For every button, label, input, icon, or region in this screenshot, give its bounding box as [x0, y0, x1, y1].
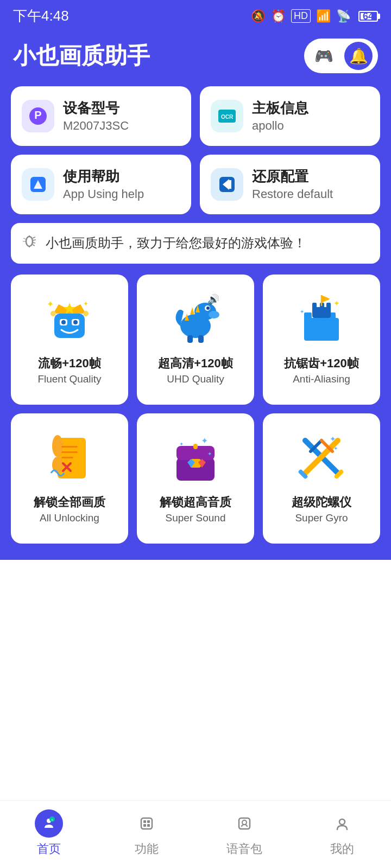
function-icon	[133, 809, 161, 838]
home-icon: +	[35, 809, 63, 838]
all-unlocking-title-cn: 解锁全部画质	[34, 495, 105, 510]
feature-grid: ✦ ✦ 流畅+120帧 Fluent Quality	[11, 275, 380, 544]
anti-aliasing-title-en: Anti-Aliasing	[293, 373, 350, 385]
mine-icon	[328, 809, 356, 838]
restore-default-icon	[211, 168, 243, 201]
notice-icon	[22, 233, 39, 254]
nav-home-label: 首页	[37, 841, 61, 857]
svg-rect-24	[54, 314, 85, 338]
svg-rect-6	[35, 187, 41, 188]
use-help-value: App Using help	[63, 187, 144, 201]
svg-point-27	[61, 320, 66, 324]
svg-text:✦: ✦	[333, 299, 340, 308]
svg-rect-47	[312, 303, 317, 309]
use-help-icon	[22, 168, 54, 201]
super-gyro-card[interactable]: ✦ ✦ 超级陀螺仪 Super Gyro	[263, 413, 380, 544]
restore-default-card[interactable]: 还原配置 Restore default	[200, 155, 380, 214]
svg-text:🔊: 🔊	[207, 293, 220, 305]
wifi-icon: 📡	[336, 9, 351, 23]
bottom-background	[0, 560, 391, 750]
svg-point-22	[83, 311, 89, 316]
super-sound-card[interactable]: ✦ ✦ ✦ 解锁超高音质 Super Sound	[137, 413, 254, 544]
use-help-text: 使用帮助 App Using help	[63, 168, 144, 201]
uhd-quality-card[interactable]: 🔊 超高清+120帧 UHD Quality	[137, 275, 254, 405]
svg-rect-43	[304, 312, 312, 321]
svg-text:✦: ✦	[330, 435, 336, 443]
nav-voice-pack[interactable]: 语音包	[195, 809, 293, 857]
super-gyro-title-en: Super Gyro	[295, 512, 348, 524]
svg-marker-51	[321, 295, 330, 303]
svg-rect-36	[187, 335, 193, 343]
notice-bar: 小也画质助手，致力于给您最好的游戏体验！	[11, 223, 380, 264]
fluent-quality-title-en: Fluent Quality	[37, 373, 101, 385]
header: 小也画质助手 🎮 🔔	[0, 30, 391, 86]
anti-aliasing-title-cn: 抗锯齿+120帧	[284, 356, 359, 372]
uhd-quality-title-cn: 超高清+120帧	[158, 356, 233, 372]
all-unlocking-title-en: All Unlocking	[40, 512, 99, 524]
anti-aliasing-card[interactable]: ✦ ✦ 抗锯齿+120帧 Anti-Aliasing	[263, 275, 380, 405]
voice-pack-icon	[230, 809, 258, 838]
svg-rect-83	[141, 818, 152, 829]
svg-point-33	[209, 311, 219, 318]
header-buttons: 🎮 🔔	[304, 39, 378, 73]
restore-default-value: Restore default	[252, 187, 333, 201]
svg-point-55	[52, 435, 63, 457]
svg-line-16	[33, 245, 35, 246]
nav-mine[interactable]: 我的	[293, 809, 391, 857]
mute-icon: 🔕	[251, 9, 266, 23]
uhd-quality-icon: 🔊	[168, 291, 223, 345]
all-unlocking-card[interactable]: 解锁全部画质 All Unlocking	[11, 413, 128, 544]
svg-text:✦: ✦	[179, 441, 184, 447]
svg-rect-85	[147, 820, 150, 823]
game-button[interactable]: 🎮	[310, 42, 338, 70]
info-cards-row: P 设备型号 M2007J3SC OCR 主板信息 apollo	[11, 86, 380, 146]
svg-rect-49	[326, 303, 331, 309]
use-help-card[interactable]: 使用帮助 App Using help	[11, 155, 191, 214]
board-info-value: apollo	[252, 119, 308, 133]
svg-rect-64	[193, 444, 198, 449]
board-info-card[interactable]: OCR 主板信息 apollo	[200, 86, 380, 146]
status-icons: 🔕 ⏰ HD 📶 📡 64	[251, 9, 378, 23]
svg-point-20	[51, 311, 56, 316]
svg-text:+: +	[51, 818, 54, 822]
svg-rect-57	[61, 446, 78, 448]
super-sound-title-en: Super Sound	[166, 512, 226, 524]
nav-voice-pack-label: 语音包	[226, 841, 262, 857]
super-sound-icon: ✦ ✦ ✦	[168, 430, 223, 484]
notice-text: 小也画质助手，致力于给您最好的游戏体验！	[46, 234, 306, 252]
board-info-text: 主板信息 apollo	[252, 99, 308, 133]
fluent-quality-icon: ✦ ✦	[42, 291, 97, 345]
svg-text:P: P	[34, 109, 41, 121]
action-cards-row: 使用帮助 App Using help 还原配置 Restore default	[11, 155, 380, 214]
svg-rect-59	[61, 457, 73, 458]
battery-icon: 64	[358, 11, 378, 22]
svg-marker-38	[190, 307, 194, 315]
device-model-card[interactable]: P 设备型号 M2007J3SC	[11, 86, 191, 146]
bell-button[interactable]: 🔔	[344, 42, 373, 70]
super-gyro-title-cn: 超级陀螺仪	[292, 495, 351, 510]
svg-point-90	[339, 819, 345, 825]
nav-function-label: 功能	[135, 841, 159, 857]
use-help-label: 使用帮助	[63, 168, 144, 186]
svg-line-17	[23, 238, 26, 239]
super-gyro-icon: ✦ ✦	[294, 430, 349, 484]
anti-aliasing-icon: ✦ ✦	[294, 291, 349, 345]
main-content: P 设备型号 M2007J3SC OCR 主板信息 apollo	[0, 86, 391, 560]
nav-function[interactable]: 功能	[98, 809, 195, 857]
super-sound-title-cn: 解锁超高音质	[160, 495, 231, 510]
device-model-text: 设备型号 M2007J3SC	[63, 99, 129, 133]
restore-default-label: 还原配置	[252, 168, 333, 186]
device-model-label: 设备型号	[63, 99, 129, 118]
nav-home[interactable]: + 首页	[0, 809, 98, 857]
fluent-quality-card[interactable]: ✦ ✦ 流畅+120帧 Fluent Quality	[11, 275, 128, 405]
svg-point-89	[242, 820, 247, 825]
app-title: 小也画质助手	[13, 41, 150, 71]
uhd-quality-title-en: UHD Quality	[167, 373, 224, 385]
bottom-nav: + 首页 功能 语音包	[0, 800, 391, 868]
all-unlocking-icon	[42, 430, 97, 484]
device-model-value: M2007J3SC	[63, 119, 129, 133]
board-info-icon: OCR	[211, 100, 243, 132]
svg-rect-86	[143, 824, 146, 827]
svg-rect-58	[61, 451, 78, 453]
svg-text:✦: ✦	[47, 299, 54, 309]
